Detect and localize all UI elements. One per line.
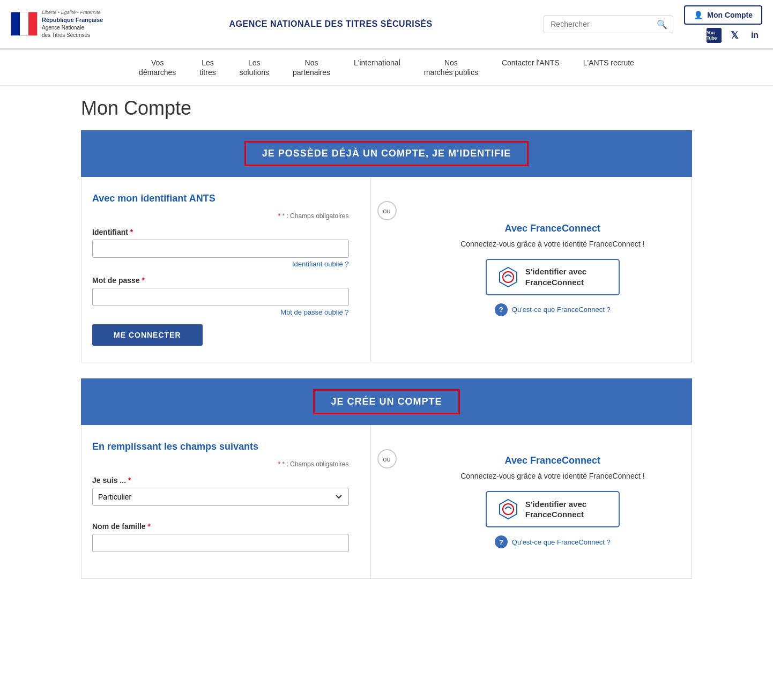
- franceconnect-info[interactable]: ? Qu'est-ce que FranceConnect ?: [495, 303, 611, 316]
- reg-fc-hexagon-icon: [497, 498, 519, 520]
- user-icon: 👤: [694, 11, 703, 19]
- fc-text-line1: S'identifier avec: [525, 266, 586, 277]
- header: Liberté • Égalité • Fraternité Républiqu…: [0, 0, 773, 49]
- reg-franceconnect-button[interactable]: S'identifier avec FranceConnect: [486, 491, 620, 527]
- lastname-field-group: Nom de famille *: [92, 522, 349, 554]
- lastname-label: Nom de famille *: [92, 522, 349, 531]
- account-label: Mon Compte: [707, 11, 753, 19]
- reg-fc-text-line2: FranceConnect: [525, 509, 586, 520]
- agency-name-line3: Agence Nationale: [42, 24, 103, 32]
- franceconnect-heading: Avec FranceConnect: [505, 223, 600, 234]
- required-star: *: [278, 212, 280, 220]
- svg-marker-0: [500, 267, 517, 287]
- reg-fc-button-text: S'identifier avec FranceConnect: [525, 499, 586, 520]
- svg-point-3: [503, 504, 514, 515]
- fc-hexagon-icon: [497, 266, 519, 288]
- username-label: Identifiant *: [92, 228, 349, 236]
- register-left-col: En remplissant les champs suivants * * :…: [81, 425, 371, 578]
- nav-nos-marches[interactable]: Nosmarchés publics: [412, 50, 490, 85]
- register-divider: ou: [371, 425, 403, 578]
- role-field-group: Je suis ... * Particulier Professionnel …: [92, 476, 349, 514]
- reg-franceconnect-desc: Connectez-vous grâce à votre identité Fr…: [460, 472, 644, 480]
- forgot-username-link[interactable]: Identifiant oublié ?: [92, 260, 349, 268]
- republic-text: République Française: [42, 16, 103, 24]
- password-input[interactable]: [92, 288, 349, 306]
- flag-blue: [11, 12, 20, 35]
- register-right-col: Avec FranceConnect Connectez-vous grâce …: [403, 425, 692, 578]
- reg-required-star: *: [278, 460, 280, 468]
- nav-recrute[interactable]: L'ANTS recrute: [571, 50, 646, 76]
- reg-required-note-text: * : Champs obligatoires: [282, 460, 348, 468]
- linkedin-icon[interactable]: in: [747, 28, 762, 43]
- search-input[interactable]: [544, 17, 651, 32]
- nav-linternational[interactable]: L'international: [342, 50, 412, 76]
- agency-name-line4: des Titres Sécurisés: [42, 32, 103, 39]
- reg-fc-info-icon: ?: [495, 535, 508, 548]
- flag-red: [28, 12, 37, 35]
- header-right: 👤 Mon Compte You Tube 𝕏 in: [684, 5, 762, 43]
- username-required-star: *: [130, 228, 133, 236]
- register-required-note: * * : Champs obligatoires: [92, 460, 349, 468]
- role-label: Je suis ... *: [92, 476, 349, 485]
- fc-info-text: Qu'est-ce que FranceConnect ?: [512, 306, 611, 314]
- ou-circle: ou: [377, 201, 397, 220]
- password-label: Mot de passe *: [92, 276, 349, 285]
- username-input[interactable]: [92, 240, 349, 258]
- login-section: Avec mon identifiant ANTS * * : Champs o…: [81, 177, 692, 362]
- register-banner-inner: JE CRÉE UN COMPTE: [313, 389, 459, 414]
- svg-point-1: [503, 272, 514, 282]
- nav-les-titres[interactable]: Lestitres: [188, 50, 227, 85]
- lastname-required-star: *: [147, 522, 150, 531]
- register-banner-text: JE CRÉE UN COMPTE: [331, 396, 442, 407]
- logo-text-block: Liberté • Égalité • Fraternité Républiqu…: [42, 9, 103, 39]
- flag-white: [20, 12, 28, 35]
- login-required-note: * * : Champs obligatoires: [92, 212, 349, 220]
- reg-fc-text-line1: S'identifier avec: [525, 499, 586, 510]
- login-divider: ou: [371, 177, 403, 362]
- forgot-password-link[interactable]: Mot de passe oublié ?: [92, 308, 349, 316]
- register-banner: JE CRÉE UN COMPTE: [81, 378, 692, 425]
- password-required-star: *: [142, 276, 145, 285]
- fc-text-line2: FranceConnect: [525, 277, 586, 288]
- nav-nos-partenaires[interactable]: Nospartenaires: [281, 50, 342, 85]
- youtube-icon[interactable]: You Tube: [707, 28, 722, 43]
- login-left-col: Avec mon identifiant ANTS * * : Champs o…: [81, 177, 371, 362]
- reg-fc-info-text: Qu'est-ce que FranceConnect ?: [512, 538, 611, 546]
- lastname-input[interactable]: [92, 534, 349, 552]
- account-button[interactable]: 👤 Mon Compte: [684, 5, 762, 25]
- reg-franceconnect-info[interactable]: ? Qu'est-ce que FranceConnect ?: [495, 535, 611, 548]
- nav-vos-demarches[interactable]: Vosdémarches: [127, 50, 188, 85]
- register-form-heading: En remplissant les champs suivants: [92, 441, 349, 452]
- svg-marker-2: [500, 500, 517, 519]
- search-button[interactable]: 🔍: [651, 16, 673, 33]
- site-title: AGENCE NATIONALE DES TITRES SÉCURISÉS: [118, 19, 544, 29]
- login-banner-inner: JE POSSÈDE DÉJÀ UN COMPTE, JE M'IDENTIFI…: [244, 141, 529, 166]
- nav-contacter[interactable]: Contacter l'ANTS: [490, 50, 571, 76]
- marianne-text: Liberté • Égalité • Fraternité: [42, 9, 103, 16]
- role-required-star: *: [128, 476, 131, 485]
- franceconnect-desc: Connectez-vous grâce à votre identité Fr…: [460, 240, 644, 248]
- fc-button-text: S'identifier avec FranceConnect: [525, 266, 586, 287]
- franceconnect-button[interactable]: S'identifier avec FranceConnect: [486, 259, 620, 295]
- flag-icon: [11, 12, 38, 36]
- page-content: Mon Compte JE POSSÈDE DÉJÀ UN COMPTE, JE…: [65, 86, 708, 590]
- logo: Liberté • Égalité • Fraternité Républiqu…: [11, 9, 103, 39]
- required-note-text: * : Champs obligatoires: [282, 212, 348, 220]
- nav-les-solutions[interactable]: Lessolutions: [228, 50, 281, 85]
- password-field-group: Mot de passe * Mot de passe oublié ?: [92, 276, 349, 316]
- username-field-group: Identifiant * Identifiant oublié ?: [92, 228, 349, 268]
- role-select[interactable]: Particulier Professionnel Collectivité: [92, 488, 349, 506]
- login-ants-heading: Avec mon identifiant ANTS: [92, 193, 349, 204]
- connect-button[interactable]: ME CONNECTER: [92, 324, 203, 346]
- fc-info-icon: ?: [495, 303, 508, 316]
- reg-franceconnect-heading: Avec FranceConnect: [505, 455, 600, 466]
- page-title: Mon Compte: [81, 97, 692, 120]
- social-icons: You Tube 𝕏 in: [707, 28, 762, 43]
- register-section: En remplissant les champs suivants * * :…: [81, 425, 692, 579]
- login-banner-text: JE POSSÈDE DÉJÀ UN COMPTE, JE M'IDENTIFI…: [262, 148, 511, 159]
- search-box: 🔍: [544, 16, 673, 33]
- twitter-icon[interactable]: 𝕏: [727, 28, 742, 43]
- login-right-col: Avec FranceConnect Connectez-vous grâce …: [403, 177, 692, 362]
- login-banner: JE POSSÈDE DÉJÀ UN COMPTE, JE M'IDENTIFI…: [81, 130, 692, 177]
- reg-ou-circle: ou: [377, 449, 397, 468]
